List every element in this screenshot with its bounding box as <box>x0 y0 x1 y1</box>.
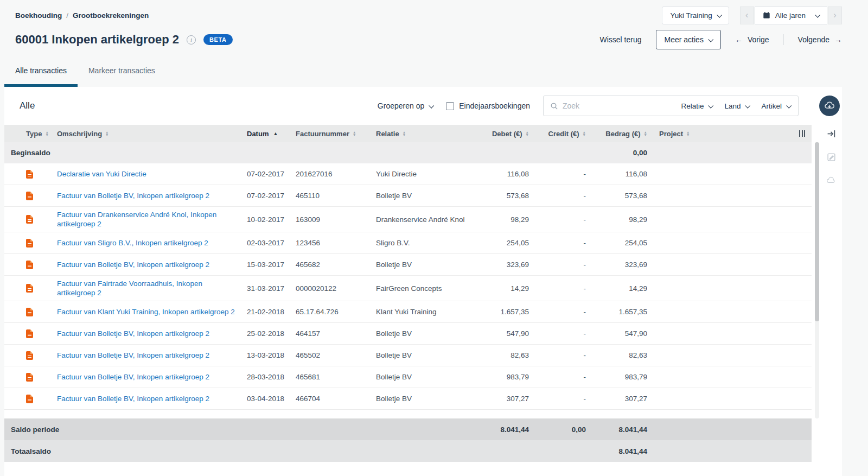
transaction-link[interactable]: Factuur van Bolletje BV, Inkopen artikel… <box>57 372 209 382</box>
checkbox[interactable] <box>446 102 454 110</box>
document-icon[interactable] <box>26 329 33 338</box>
document-icon[interactable] <box>26 192 33 200</box>
project-cell <box>647 331 724 337</box>
amount-cell: 98,29 <box>586 212 647 227</box>
year-selector-group: ‹ Alle jaren › <box>740 7 842 24</box>
type-cell <box>4 326 57 341</box>
beginsaldo-row: Beginsaldo 0,00 <box>4 142 812 163</box>
saldo-periode-debet: 8.041,44 <box>479 426 529 434</box>
relation-cell: Bolletje BV <box>376 391 479 406</box>
relation-cell: Bolletje BV <box>376 348 479 363</box>
table-body-scroll[interactable]: Beginsaldo 0,00 Declaratie van Yuki Dire… <box>4 142 812 418</box>
year-selector[interactable]: Alle jaren <box>755 7 827 24</box>
credit-cell: - <box>529 391 586 406</box>
transaction-link[interactable]: Factuur van Sligro B.V., Inkopen artikel… <box>57 238 208 247</box>
search-input[interactable] <box>563 101 669 110</box>
date-cell: 15-03-2017 <box>247 257 296 272</box>
previous-year-button[interactable]: ‹ <box>740 7 754 24</box>
column-header-type[interactable]: Type ▲▼ <box>4 130 57 138</box>
invoice-number-cell: 0000020122 <box>296 281 376 296</box>
document-icon[interactable] <box>26 215 33 224</box>
document-icon[interactable] <box>26 261 33 269</box>
transaction-link[interactable]: Factuur van Bolletje BV, Inkopen artikel… <box>57 329 209 338</box>
transaction-link[interactable]: Declaratie van Yuki Directie <box>57 169 146 179</box>
arrow-right-icon: → <box>834 35 842 44</box>
project-cell <box>647 352 724 359</box>
credit-cell: - <box>529 326 586 341</box>
cloud-icon[interactable] <box>826 176 836 184</box>
breadcrumb-boekhouding[interactable]: Boekhouding <box>15 11 62 20</box>
land-dropdown[interactable]: Land <box>724 102 749 110</box>
relation-cell: Sligro B.V. <box>376 236 479 250</box>
column-header-factuurnummer[interactable]: Factuurnummer ▲▼ <box>296 130 376 138</box>
project-cell <box>647 309 724 315</box>
credit-cell: - <box>529 281 586 296</box>
invoice-number-cell: 163009 <box>296 212 376 227</box>
relatie-dropdown[interactable]: Relatie <box>681 102 712 110</box>
artikel-dropdown[interactable]: Artikel <box>761 102 790 110</box>
table-body: Declaratie van Yuki Directie 07-02-2017 … <box>4 163 812 410</box>
column-header-bedrag[interactable]: Bedrag (€) ▲▼ <box>586 130 647 138</box>
transaction-link[interactable]: Factuur van Bolletje BV, Inkopen artikel… <box>57 191 209 200</box>
transaction-link[interactable]: Factuur van Bolletje BV, Inkopen artikel… <box>57 260 209 269</box>
column-header-project[interactable]: Project ▲▼ <box>647 130 724 138</box>
transactions-table: Type ▲▼ Omschrijving ▲▼ Datum ▲ Factuurn… <box>4 125 812 476</box>
document-icon[interactable] <box>26 284 33 293</box>
column-header-debet[interactable]: Debet (€) ▲▼ <box>479 130 529 138</box>
eindejaarsboekingen-checkbox[interactable]: Eindejaarsboekingen <box>446 101 530 110</box>
breadcrumb-separator: / <box>66 11 68 20</box>
credit-cell: - <box>529 257 586 272</box>
relation-cell: Bolletje BV <box>376 370 479 384</box>
column-settings-icon[interactable] <box>799 130 805 137</box>
document-icon[interactable] <box>26 239 33 247</box>
column-header-omschrijving[interactable]: Omschrijving ▲▼ <box>57 130 247 138</box>
tab-markeer-transacties[interactable]: Markeer transacties <box>78 66 166 87</box>
transaction-link[interactable]: Factuur van Fairtrade Voorraadhuis, Inko… <box>57 279 237 297</box>
groeperen-op-dropdown[interactable]: Groeperen op <box>378 101 433 110</box>
vorige-button[interactable]: ← Vorige <box>735 35 769 44</box>
volgende-button[interactable]: Volgende → <box>798 35 842 44</box>
eindejaarsboekingen-label: Eindejaarsboekingen <box>459 101 530 110</box>
description-cell: Factuur van Fairtrade Voorraadhuis, Inko… <box>57 276 247 301</box>
debit-cell: 323,69 <box>479 257 529 272</box>
table-row: Factuur van Sligro B.V., Inkopen artikel… <box>4 232 812 254</box>
table-row: Factuur van Bolletje BV, Inkopen artikel… <box>4 185 812 207</box>
column-header-datum[interactable]: Datum ▲ <box>247 130 296 138</box>
transaction-link[interactable]: Factuur van Klant Yuki Training, Inkopen… <box>57 307 235 316</box>
breadcrumb-grootboekrekeningen[interactable]: Grootboekrekeningen <box>73 11 149 20</box>
vertical-scrollbar[interactable] <box>815 142 819 418</box>
document-icon[interactable] <box>26 170 33 179</box>
chevron-down-icon <box>815 12 820 17</box>
column-label: Debet (€) <box>492 130 522 138</box>
description-cell: Factuur van Bolletje BV, Inkopen artikel… <box>57 326 247 341</box>
date-cell: 25-02-2018 <box>247 326 296 341</box>
export-download-button[interactable] <box>819 96 840 116</box>
next-year-button[interactable]: › <box>828 7 842 24</box>
project-cell <box>647 171 724 177</box>
column-label: Relatie <box>376 130 399 138</box>
column-header-credit[interactable]: Credit (€) ▲▼ <box>529 130 586 138</box>
transaction-link[interactable]: Factuur van Bolletje BV, Inkopen artikel… <box>57 394 209 403</box>
debit-cell: 14,29 <box>479 281 529 296</box>
document-icon[interactable] <box>26 308 33 316</box>
tab-alle-transacties[interactable]: Alle transacties <box>4 66 78 87</box>
company-selector[interactable]: Yuki Training <box>662 7 729 24</box>
date-cell: 31-03-2017 <box>247 281 296 296</box>
relation-cell: Drankenservice André Knol <box>376 212 479 227</box>
document-icon[interactable] <box>26 373 33 382</box>
collapse-panel-icon[interactable] <box>827 129 836 138</box>
edit-icon[interactable] <box>827 153 836 162</box>
transaction-link[interactable]: Factuur van Drankenservice André Knol, I… <box>57 210 237 229</box>
invoice-number-cell: 201627016 <box>296 167 376 181</box>
meer-acties-button[interactable]: Meer acties <box>656 30 721 49</box>
info-icon[interactable]: i <box>187 35 196 45</box>
wissel-terug-link[interactable]: Wissel terug <box>600 35 642 44</box>
document-icon[interactable] <box>26 395 33 403</box>
document-icon[interactable] <box>26 351 33 360</box>
transaction-link[interactable]: Factuur van Bolletje BV, Inkopen artikel… <box>57 351 209 360</box>
date-cell: 07-02-2017 <box>247 167 296 181</box>
amount-cell: 82,63 <box>586 348 647 363</box>
description-cell: Declaratie van Yuki Directie <box>57 166 247 182</box>
column-header-relatie[interactable]: Relatie ▲▼ <box>376 130 479 138</box>
scrollbar-thumb[interactable] <box>815 142 819 321</box>
